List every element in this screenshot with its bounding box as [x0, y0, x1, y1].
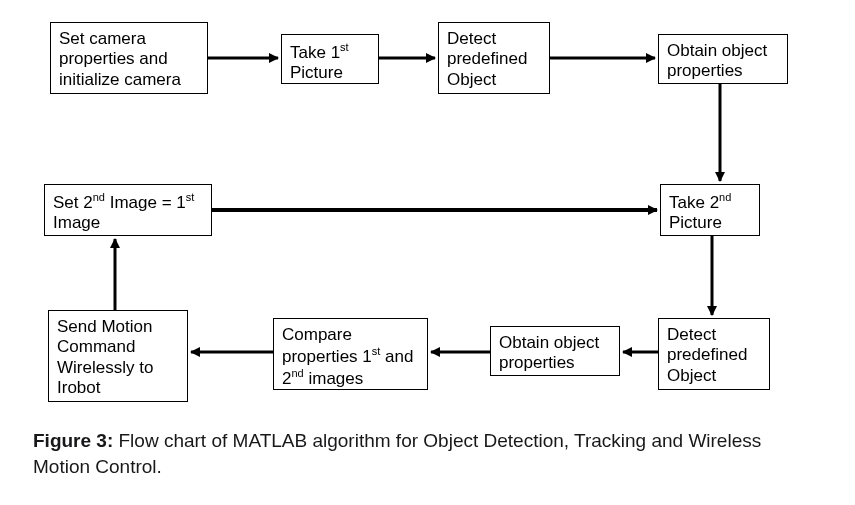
box-text: Compare properties 1st and 2nd images [282, 325, 413, 388]
box-text: Obtain object properties [499, 333, 599, 372]
caption-label: Figure 3: [33, 430, 113, 451]
box-set-camera: Set camera properties and initialize cam… [50, 22, 208, 94]
box-text: Detect predefined Object [667, 325, 747, 385]
box-compare: Compare properties 1st and 2nd images [273, 318, 428, 390]
box-send-motion: Send Motion Command Wirelessly to Irobot [48, 310, 188, 402]
box-text: Take 1st Picture [290, 43, 349, 82]
box-obtain-1: Obtain object properties [658, 34, 788, 84]
box-text: Set camera properties and initialize cam… [59, 29, 181, 89]
box-obtain-2: Obtain object properties [490, 326, 620, 376]
box-take-1st: Take 1st Picture [281, 34, 379, 84]
box-set-2nd-image: Set 2nd Image = 1st Image [44, 184, 212, 236]
box-text: Set 2nd Image = 1st Image [53, 193, 194, 232]
box-detect-1: Detect predefined Object [438, 22, 550, 94]
box-text: Send Motion Command Wirelessly to Irobot [57, 317, 153, 397]
box-text: Obtain object properties [667, 41, 767, 80]
box-text: Take 2nd Picture [669, 193, 731, 232]
box-text: Detect predefined Object [447, 29, 527, 89]
figure-caption: Figure 3: Flow chart of MATLAB algorithm… [33, 428, 823, 479]
box-take-2nd: Take 2nd Picture [660, 184, 760, 236]
box-detect-2: Detect predefined Object [658, 318, 770, 390]
caption-text: Flow chart of MATLAB algorithm for Objec… [33, 430, 761, 477]
